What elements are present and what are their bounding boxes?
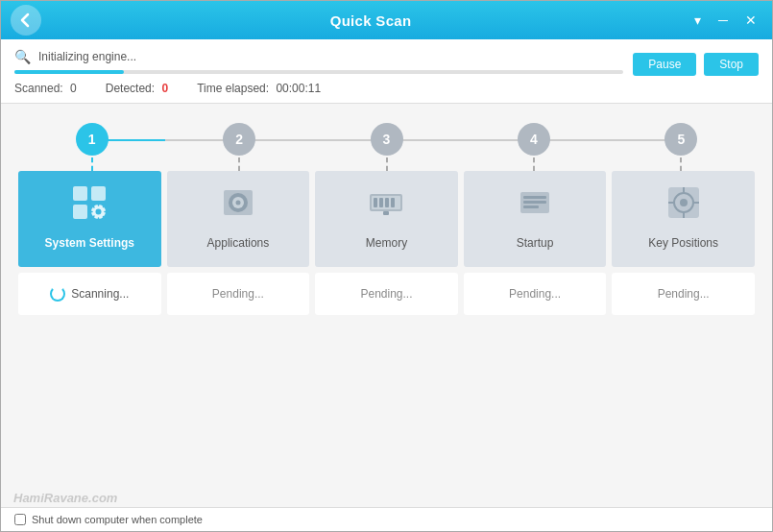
status-applications-text: Pending...	[212, 287, 264, 301]
card-startup: Startup	[464, 171, 607, 267]
footer: Shut down computer when complete	[1, 507, 772, 531]
step-3-circle: 3	[371, 123, 403, 156]
svg-rect-19	[523, 206, 539, 208]
step-4: 4	[460, 123, 607, 171]
pause-button[interactable]: Pause	[633, 53, 696, 76]
scan-info-row: Scanned: 0 Detected: 0 Time elapsed: 00:…	[14, 82, 623, 95]
scan-area: 🔍 Initializing engine... Scanned: 0 Dete…	[1, 39, 772, 104]
step-1-circle: 1	[76, 123, 109, 156]
card-startup-label: Startup	[517, 236, 554, 250]
svg-rect-18	[523, 201, 546, 204]
system-settings-icon	[71, 184, 108, 229]
footer-label: Shut down computer when complete	[32, 514, 203, 525]
card-memory-label: Memory	[366, 236, 407, 250]
svg-rect-17	[523, 196, 546, 199]
back-button[interactable]	[11, 5, 41, 36]
spin-icon	[50, 286, 65, 302]
status-memory: Pending...	[315, 273, 458, 315]
step-1-dashed	[91, 157, 93, 171]
stop-button[interactable]: Stop	[704, 53, 759, 76]
status-key-positions: Pending...	[612, 273, 755, 315]
close-control[interactable]: ✕	[739, 11, 762, 30]
time-label: Time elapsed: 00:00:11	[197, 82, 321, 95]
card-key-positions: Key Positions	[612, 171, 755, 267]
status-applications: Pending...	[167, 273, 310, 315]
status-memory-text: Pending...	[360, 287, 412, 301]
startup-icon	[517, 184, 553, 229]
minimize-control[interactable]: ─	[713, 11, 734, 30]
status-row: Scanning... Pending... Pending... Pendin…	[18, 273, 755, 315]
step-4-circle: 4	[518, 123, 550, 156]
title-bar: Quick Scan ▾ ─ ✕	[1, 1, 772, 39]
status-system-settings-text: Scanning...	[71, 287, 129, 301]
step-5-dashed	[680, 157, 682, 171]
step-1: 1	[18, 123, 165, 171]
svg-rect-0	[73, 186, 87, 201]
scan-progress-row: 🔍 Initializing engine...	[14, 49, 623, 64]
cards-row: System Settings Applications	[18, 171, 755, 267]
card-applications: Applications	[167, 171, 310, 267]
card-system-settings-label: System Settings	[45, 236, 134, 250]
memory-icon	[368, 184, 404, 229]
applications-icon	[220, 184, 256, 229]
search-icon: 🔍	[14, 49, 31, 64]
step-5-circle: 5	[664, 123, 697, 156]
card-key-positions-label: Key Positions	[648, 236, 718, 250]
scanned-label: Scanned: 0	[14, 82, 77, 95]
steps-row: 1 2 3	[18, 123, 755, 171]
step-4-dashed	[533, 157, 535, 171]
svg-rect-1	[91, 186, 106, 201]
card-system-settings: System Settings	[18, 171, 161, 267]
status-startup-text: Pending...	[509, 287, 561, 301]
card-applications-label: Applications	[207, 236, 270, 250]
step-2-dashed	[238, 157, 240, 171]
shutdown-checkbox[interactable]	[14, 514, 26, 525]
status-startup: Pending...	[464, 273, 607, 315]
step-3-dashed	[386, 157, 388, 171]
scan-status-text: Initializing engine...	[38, 50, 623, 63]
status-system-settings: Scanning...	[18, 273, 161, 315]
detected-label: Detected: 0	[106, 82, 168, 95]
key-positions-icon	[665, 184, 702, 229]
window-controls: ▾ ─ ✕	[688, 11, 762, 30]
back-icon	[18, 12, 34, 28]
svg-rect-2	[73, 205, 87, 219]
svg-point-8	[235, 201, 240, 206]
step-5: 5	[608, 123, 755, 171]
menu-control[interactable]: ▾	[688, 11, 707, 30]
svg-rect-13	[385, 198, 389, 207]
progress-section: 🔍 Initializing engine... Scanned: 0 Dete…	[14, 49, 623, 95]
step-2-circle: 2	[223, 123, 255, 156]
svg-rect-12	[379, 198, 383, 207]
progress-bar-fill	[14, 70, 124, 74]
progress-bar-container	[14, 70, 623, 74]
svg-rect-11	[374, 198, 377, 207]
step-3: 3	[313, 123, 460, 171]
svg-point-22	[680, 199, 688, 206]
status-key-positions-text: Pending...	[658, 287, 710, 301]
main-content: 1 2 3	[1, 104, 772, 507]
svg-rect-15	[383, 211, 389, 215]
card-memory: Memory	[315, 171, 458, 267]
step-2: 2	[165, 123, 312, 171]
svg-point-4	[96, 209, 102, 215]
svg-rect-14	[391, 198, 395, 207]
window-title: Quick Scan	[53, 12, 688, 29]
